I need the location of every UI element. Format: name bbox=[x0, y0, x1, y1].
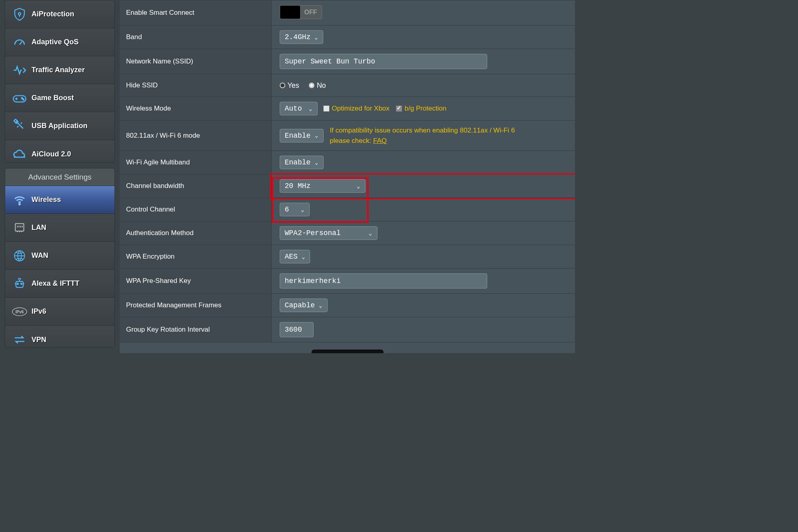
row-band: Band 2.4GHz ⌄ bbox=[120, 26, 575, 49]
sidebar-item-label: WAN bbox=[32, 251, 48, 260]
chevron-down-icon: ⌄ bbox=[314, 34, 318, 41]
sidebar-item-lan[interactable]: LAN bbox=[5, 214, 115, 242]
sidebar-item-label: Wireless bbox=[32, 196, 61, 204]
svg-point-9 bbox=[17, 283, 18, 284]
cloud-icon bbox=[12, 146, 28, 162]
row-smart-connect: Enable Smart Connect OFF bbox=[120, 0, 575, 26]
bg-label: b/g Protection bbox=[405, 105, 446, 113]
chevron-down-icon: ⌄ bbox=[315, 159, 318, 166]
chevron-down-icon: ⌄ bbox=[357, 183, 360, 190]
row-pmf: Protected Management Frames Capable ⌄ bbox=[120, 294, 575, 317]
shield-icon bbox=[12, 6, 28, 22]
toggle-off-text: OFF bbox=[300, 9, 322, 16]
sidebar-item-aiprotection[interactable]: AiProtection bbox=[5, 0, 115, 28]
wpa-enc-select[interactable]: AES ⌄ bbox=[280, 250, 310, 263]
sidebar-item-label: VPN bbox=[32, 336, 46, 344]
sidebar-item-label: Alexa & IFTTT bbox=[32, 279, 79, 288]
wifi-icon bbox=[12, 192, 28, 208]
bg-protection-checkbox[interactable] bbox=[396, 105, 402, 112]
chevron-down-icon: ⌄ bbox=[309, 105, 312, 112]
smart-connect-toggle[interactable]: OFF bbox=[280, 5, 322, 19]
pulse-icon bbox=[12, 62, 28, 78]
usb-icon bbox=[12, 118, 28, 134]
label-control-channel: Control Channel bbox=[120, 198, 271, 222]
row-wpa-enc: WPA Encryption AES ⌄ bbox=[120, 245, 575, 269]
svg-point-0 bbox=[18, 12, 21, 15]
sidebar-item-label: LAN bbox=[32, 223, 46, 232]
bandwidth-select[interactable]: 20 MHz ⌄ bbox=[280, 179, 365, 193]
agile-select[interactable]: Enable ⌄ bbox=[280, 156, 324, 169]
settings-table: Enable Smart Connect OFF Band 2.4GHz ⌄ bbox=[120, 0, 575, 353]
band-value: 2.4GHz bbox=[285, 33, 311, 41]
ax-mode-value: Enable bbox=[285, 132, 311, 140]
row-ssid: Network Name (SSID) bbox=[120, 49, 575, 74]
xbox-checkbox[interactable] bbox=[323, 105, 330, 112]
pmf-value: Capable bbox=[285, 301, 315, 309]
sidebar-item-traffic[interactable]: Traffic Analyzer bbox=[5, 56, 115, 84]
wireless-mode-select[interactable]: Auto ⌄ bbox=[280, 102, 318, 115]
sidebar-item-adaptiveqos[interactable]: Adaptive QoS bbox=[5, 28, 115, 56]
wpa-enc-value: AES bbox=[285, 253, 298, 261]
sidebar-item-wireless[interactable]: Wireless bbox=[5, 186, 115, 214]
label-agile: Wi-Fi Agile Multiband bbox=[120, 151, 271, 174]
swap-icon bbox=[12, 332, 28, 348]
svg-point-2 bbox=[22, 97, 23, 99]
hide-ssid-no-radio[interactable] bbox=[309, 83, 314, 88]
auth-value: WPA2-Personal bbox=[285, 229, 341, 237]
wireless-mode-value: Auto bbox=[285, 105, 302, 113]
row-hide-ssid: Hide SSID Yes No bbox=[120, 74, 575, 97]
sidebar-item-label: USB Application bbox=[32, 122, 87, 130]
gkr-input[interactable] bbox=[280, 322, 314, 337]
band-select[interactable]: 2.4GHz ⌄ bbox=[280, 30, 323, 44]
sidebar-item-gameboost[interactable]: Game Boost bbox=[5, 84, 115, 112]
chevron-down-icon: ⌄ bbox=[301, 206, 304, 213]
row-bandwidth: Channel bandwidth 20 MHz ⌄ bbox=[120, 174, 575, 198]
agile-value: Enable bbox=[285, 158, 311, 166]
row-agile: Wi-Fi Agile Multiband Enable ⌄ bbox=[120, 151, 575, 174]
row-auth: Authentication Method WPA2-Personal ⌄ bbox=[120, 222, 575, 245]
ax-mode-select[interactable]: Enable ⌄ bbox=[280, 129, 324, 142]
svg-point-5 bbox=[19, 204, 20, 205]
apply-button[interactable]: Apply bbox=[312, 350, 383, 353]
row-wireless-mode: Wireless Mode Auto ⌄ Optimized for Xbox … bbox=[120, 97, 575, 121]
robot-icon bbox=[12, 276, 28, 292]
sidebar-item-usb[interactable]: USB Application bbox=[5, 112, 115, 140]
label-wireless-mode: Wireless Mode bbox=[120, 97, 271, 121]
chevron-down-icon: ⌄ bbox=[302, 253, 305, 260]
chevron-down-icon: ⌄ bbox=[319, 302, 322, 309]
row-apply: Apply bbox=[120, 342, 575, 354]
label-hide-ssid: Hide SSID bbox=[120, 74, 271, 97]
sidebar: AiProtection Adaptive QoS Traffic Analyz… bbox=[0, 0, 120, 353]
hide-ssid-yes-radio[interactable] bbox=[280, 83, 285, 88]
label-band: Band bbox=[120, 26, 271, 49]
ipv6-icon: IPv6 bbox=[12, 304, 28, 320]
row-psk: WPA Pre-Shared Key bbox=[120, 269, 575, 294]
hide-ssid-no-label: No bbox=[317, 81, 326, 90]
toggle-knob bbox=[280, 6, 300, 19]
sidebar-general-group: AiProtection Adaptive QoS Traffic Analyz… bbox=[5, 0, 115, 162]
bandwidth-value: 20 MHz bbox=[285, 182, 311, 190]
label-pmf: Protected Management Frames bbox=[120, 294, 271, 317]
control-channel-select[interactable]: 6 ⌄ bbox=[280, 203, 310, 216]
sidebar-item-vpn[interactable]: VPN bbox=[5, 326, 115, 348]
hide-ssid-yes-label: Yes bbox=[288, 81, 299, 90]
sidebar-item-aicloud[interactable]: AiCloud 2.0 bbox=[5, 140, 115, 162]
advanced-settings-header: Advanced Settings bbox=[5, 168, 115, 186]
sidebar-item-alexa[interactable]: Alexa & IFTTT bbox=[5, 270, 115, 298]
label-ax-mode: 802.11ax / Wi-Fi 6 mode bbox=[120, 121, 271, 151]
auth-select[interactable]: WPA2-Personal ⌄ bbox=[280, 226, 377, 240]
row-gkr: Group Key Rotation Interval bbox=[120, 317, 575, 342]
svg-text:IPv6: IPv6 bbox=[16, 310, 24, 314]
ax-hint: If compatibility issue occurs when enabl… bbox=[330, 125, 515, 146]
sidebar-item-label: Traffic Analyzer bbox=[32, 66, 85, 74]
sidebar-item-wan[interactable]: WAN bbox=[5, 242, 115, 270]
sidebar-item-label: AiCloud 2.0 bbox=[32, 150, 71, 158]
faq-link[interactable]: FAQ bbox=[373, 137, 387, 144]
label-wpa-enc: WPA Encryption bbox=[120, 245, 271, 269]
sidebar-item-label: Adaptive QoS bbox=[32, 38, 79, 46]
ssid-input[interactable] bbox=[280, 54, 487, 69]
psk-input[interactable] bbox=[280, 273, 487, 289]
sidebar-item-ipv6[interactable]: IPv6 IPv6 bbox=[5, 298, 115, 326]
svg-point-10 bbox=[21, 283, 22, 284]
pmf-select[interactable]: Capable ⌄ bbox=[280, 299, 328, 312]
